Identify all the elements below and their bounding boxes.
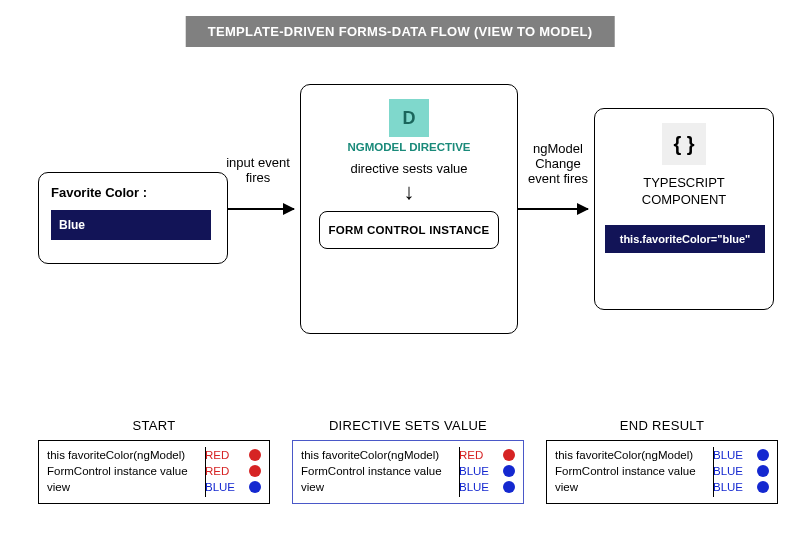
row-value: BLUE — [205, 481, 249, 493]
braces-icon: { } — [662, 123, 706, 165]
favorite-color-label: Favorite Color : — [51, 185, 215, 200]
directive-icon: D — [389, 99, 429, 137]
table-divider — [459, 447, 460, 497]
component-code: this.favoriteColor="blue" — [605, 225, 765, 253]
directive-subtext: directive sests value — [311, 161, 507, 177]
state-start-title: START — [38, 418, 270, 433]
row-key: this favoriteColor(ngModel) — [301, 449, 459, 461]
table-row: FormControl instance valueBLUE — [301, 463, 515, 479]
table-row: this favoriteColor(ngModel)BLUE — [555, 447, 769, 463]
row-value: BLUE — [459, 465, 503, 477]
status-dot-icon — [757, 481, 769, 493]
row-value: BLUE — [713, 481, 757, 493]
typescript-heading: TYPESCRIPT COMPONENT — [605, 175, 763, 209]
row-value: BLUE — [459, 481, 503, 493]
table-row: this favoriteColor(ngModel)RED — [301, 447, 515, 463]
row-value: RED — [205, 465, 249, 477]
arrow-ngmodelchange-label: ngModel Change event fires — [522, 142, 594, 187]
row-value: RED — [205, 449, 249, 461]
row-value: BLUE — [713, 449, 757, 461]
state-start-box: this favoriteColor(ngModel)REDFormContro… — [38, 440, 270, 504]
row-key: FormControl instance value — [47, 465, 205, 477]
row-key: view — [47, 481, 205, 493]
row-key: view — [555, 481, 713, 493]
ngmodel-heading: NGMODEL DIRECTIVE — [311, 141, 507, 153]
row-key: this favoriteColor(ngModel) — [555, 449, 713, 461]
arrow-ngmodelchange — [518, 208, 588, 210]
state-mid-box: this favoriteColor(ngModel)REDFormContro… — [292, 440, 524, 504]
table-row: viewBLUE — [47, 479, 261, 495]
favorite-color-input[interactable]: Blue — [51, 210, 211, 240]
table-divider — [205, 447, 206, 497]
status-dot-icon — [249, 481, 261, 493]
view-input-box: Favorite Color : Blue — [38, 172, 228, 264]
ngmodel-directive-box: D NGMODEL DIRECTIVE directive sests valu… — [300, 84, 518, 334]
state-end-title: END RESULT — [546, 418, 778, 433]
status-dot-icon — [503, 449, 515, 461]
arrow-input-event — [228, 208, 294, 210]
down-arrow-icon: ↓ — [311, 179, 507, 205]
row-key: FormControl instance value — [301, 465, 459, 477]
diagram-title: TEMPLATE-DRIVEN FORMS-DATA FLOW (VIEW TO… — [186, 16, 615, 47]
row-value: RED — [459, 449, 503, 461]
table-row: viewBLUE — [301, 479, 515, 495]
status-dot-icon — [249, 449, 261, 461]
table-row: viewBLUE — [555, 479, 769, 495]
row-key: this favoriteColor(ngModel) — [47, 449, 205, 461]
form-control-instance-box: FORM CONTROL INSTANCE — [319, 211, 499, 249]
row-key: view — [301, 481, 459, 493]
status-dot-icon — [757, 449, 769, 461]
status-dot-icon — [249, 465, 261, 477]
state-mid-title: DIRECTIVE SETS VALUE — [292, 418, 524, 433]
typescript-component-box: { } TYPESCRIPT COMPONENT this.favoriteCo… — [594, 108, 774, 310]
status-dot-icon — [757, 465, 769, 477]
arrow-input-event-label: input event fires — [218, 156, 298, 186]
state-end-box: this favoriteColor(ngModel)BLUEFormContr… — [546, 440, 778, 504]
table-divider — [713, 447, 714, 497]
status-dot-icon — [503, 481, 515, 493]
table-row: this favoriteColor(ngModel)RED — [47, 447, 261, 463]
row-value: BLUE — [713, 465, 757, 477]
table-row: FormControl instance valueRED — [47, 463, 261, 479]
status-dot-icon — [503, 465, 515, 477]
row-key: FormControl instance value — [555, 465, 713, 477]
table-row: FormControl instance valueBLUE — [555, 463, 769, 479]
